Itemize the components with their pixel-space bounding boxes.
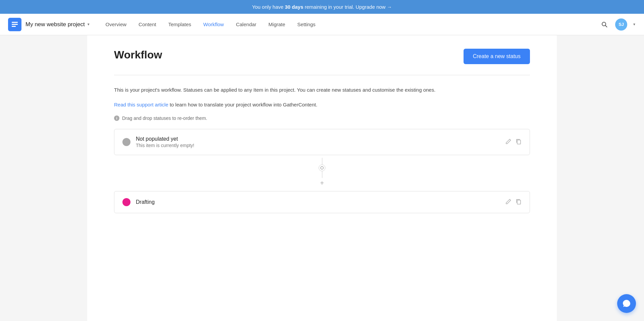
nav-item-overview[interactable]: Overview bbox=[101, 19, 131, 30]
status-actions-drafting bbox=[505, 198, 522, 206]
nav-item-calendar[interactable]: Calendar bbox=[231, 19, 261, 30]
svg-point-6 bbox=[321, 167, 323, 169]
status-connector: + bbox=[114, 155, 530, 191]
svg-point-3 bbox=[602, 22, 606, 26]
nav-item-workflow[interactable]: Workflow bbox=[199, 19, 228, 30]
header-divider bbox=[114, 75, 530, 75]
nav-right: SJ ▼ bbox=[599, 18, 636, 31]
svg-rect-7 bbox=[517, 200, 521, 204]
svg-rect-0 bbox=[12, 22, 18, 23]
edit-status-icon[interactable] bbox=[505, 138, 512, 146]
nav-item-templates[interactable]: Templates bbox=[164, 19, 196, 30]
status-info: Not populated yet This item is currently… bbox=[136, 136, 500, 148]
connector-line bbox=[322, 158, 322, 165]
nav-item-content[interactable]: Content bbox=[134, 19, 161, 30]
add-status-icon[interactable]: + bbox=[320, 179, 324, 187]
nav-logo: My new website project ▼ bbox=[8, 18, 90, 31]
trial-text: You only have 30 days remaining in your … bbox=[252, 4, 392, 10]
support-article-link[interactable]: Read this support article bbox=[114, 102, 168, 107]
chat-button[interactable] bbox=[617, 294, 636, 313]
connector-circle[interactable] bbox=[319, 165, 325, 171]
support-text: Read this support article to learn how t… bbox=[114, 101, 517, 109]
svg-rect-2 bbox=[12, 26, 16, 27]
drag-info: i Drag and drop statuses to re-order the… bbox=[114, 116, 530, 121]
status-name-drafting: Drafting bbox=[136, 199, 500, 205]
workflow-description: This is your project's workflow. Statuse… bbox=[114, 86, 517, 94]
top-nav: My new website project ▼ Overview Conten… bbox=[0, 14, 644, 35]
trial-banner: You only have 30 days remaining in your … bbox=[0, 0, 644, 14]
app-logo-icon bbox=[8, 18, 21, 31]
status-color-dot-grey bbox=[122, 138, 130, 146]
avatar-caret-icon[interactable]: ▼ bbox=[633, 22, 636, 26]
duplicate-status-icon[interactable] bbox=[516, 138, 522, 146]
nav-item-migrate[interactable]: Migrate bbox=[264, 19, 290, 30]
status-info-drafting: Drafting bbox=[136, 199, 500, 205]
nav-links: Overview Content Templates Workflow Cale… bbox=[101, 19, 599, 30]
duplicate-status-icon-drafting[interactable] bbox=[516, 198, 522, 206]
info-icon: i bbox=[114, 116, 119, 121]
connector-line-2 bbox=[322, 171, 322, 178]
status-card-drafting: Drafting bbox=[114, 191, 530, 213]
svg-rect-5 bbox=[517, 140, 521, 144]
status-description: This item is currently empty! bbox=[136, 143, 500, 148]
status-actions bbox=[505, 138, 522, 146]
status-name: Not populated yet bbox=[136, 136, 500, 142]
edit-status-icon-drafting[interactable] bbox=[505, 198, 512, 206]
nav-item-settings[interactable]: Settings bbox=[292, 19, 320, 30]
page-title: Workflow bbox=[114, 49, 162, 61]
status-color-dot-pink bbox=[122, 198, 130, 206]
project-caret-icon: ▼ bbox=[87, 22, 90, 26]
avatar[interactable]: SJ bbox=[615, 18, 627, 31]
create-status-button[interactable]: Create a new status bbox=[464, 49, 530, 64]
status-card-not-populated: Not populated yet This item is currently… bbox=[114, 129, 530, 155]
svg-rect-1 bbox=[12, 24, 18, 25]
page-header: Workflow Create a new status bbox=[114, 49, 530, 64]
svg-line-4 bbox=[605, 25, 607, 27]
main-content: Workflow Create a new status This is you… bbox=[87, 35, 557, 321]
search-button[interactable] bbox=[599, 19, 610, 30]
project-name[interactable]: My new website project ▼ bbox=[25, 21, 90, 28]
